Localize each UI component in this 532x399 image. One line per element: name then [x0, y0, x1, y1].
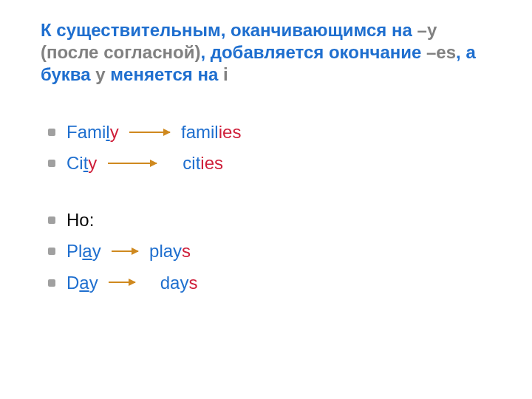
example-row-day: Day days — [41, 269, 484, 297]
arrow-icon — [112, 250, 138, 252]
arrow-icon — [109, 282, 135, 283]
word-city-y: y — [88, 153, 97, 173]
title-seg-8: i — [223, 64, 228, 84]
title-seg-7: меняется на — [106, 64, 223, 84]
title-seg-6: у — [95, 64, 105, 84]
slide: К существительным, оканчивающимся на –у … — [0, 0, 532, 399]
but-label: Но: — [66, 210, 94, 230]
word-family-prefix: Fami — [66, 122, 106, 142]
word-families-suffix: ies — [219, 122, 242, 142]
word-day-underline: a — [79, 273, 89, 293]
word-play-y: y — [92, 241, 101, 261]
example-row-family: Family families — [41, 118, 484, 146]
slide-title: К существительным, оканчивающимся на –у … — [41, 19, 484, 86]
example-row-play: Play plays — [41, 237, 484, 265]
word-family-y: y — [110, 122, 119, 142]
word-days-suffix: s — [188, 273, 197, 293]
word-cities-suffix: ies — [200, 153, 223, 173]
blank-line — [41, 181, 484, 206]
word-day-prefix: D — [66, 273, 79, 293]
word-city-prefix: Ci — [66, 153, 83, 173]
arrow-icon — [129, 132, 170, 133]
but-label-row: Но: — [41, 206, 484, 234]
word-cities-prefix: cit — [183, 153, 200, 173]
word-days-prefix: day — [160, 273, 189, 293]
example-row-city: City cities — [41, 149, 484, 177]
slide-body: Family families City cities Но: Play pla… — [41, 118, 484, 300]
title-seg-3: , добавляется окончание — [200, 42, 426, 62]
word-families-prefix: famil — [181, 122, 219, 142]
word-day-y: y — [89, 273, 98, 293]
title-seg-4: –es — [426, 42, 456, 62]
word-plays-suffix: s — [182, 241, 191, 261]
word-plays-prefix: play — [149, 241, 182, 261]
title-seg-1: К существительным, оканчивающимся на — [41, 20, 417, 40]
word-play-underline: a — [82, 241, 92, 261]
arrow-icon — [108, 163, 157, 164]
word-play-prefix: Pl — [66, 241, 82, 261]
